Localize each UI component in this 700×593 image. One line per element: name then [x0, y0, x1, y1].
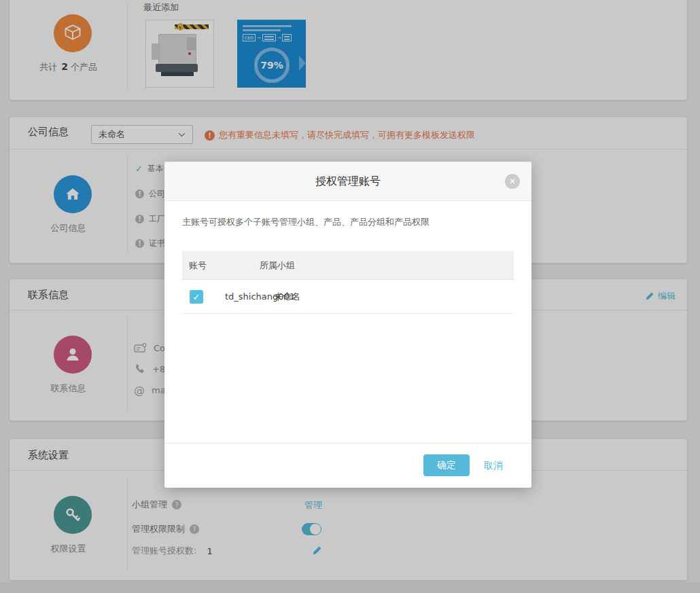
modal-header: 授权管理账号 ✕ — [164, 162, 531, 201]
divider — [164, 443, 531, 444]
modal-description: 主账号可授权多个子账号管理小组、产品、产品分组和产品权限 — [182, 216, 430, 228]
modal-title: 授权管理账号 — [164, 162, 531, 201]
confirm-button[interactable]: 确定 — [423, 454, 470, 476]
accounts-table-header: 账号 所属小组 — [182, 251, 514, 280]
account-group: 未命名 — [274, 280, 300, 314]
authorize-accounts-modal: 授权管理账号 ✕ 主账号可授权多个子账号管理小组、产品、产品分组和产品权限 账号… — [164, 162, 531, 488]
cancel-button[interactable]: 取消 — [484, 454, 503, 476]
column-group: 所属小组 — [260, 251, 295, 280]
column-account: 账号 — [189, 251, 207, 280]
close-icon[interactable]: ✕ — [505, 174, 520, 189]
account-table-row: ✓ td_shichang001 未命名 — [182, 280, 514, 314]
account-checkbox[interactable]: ✓ — [190, 290, 203, 304]
